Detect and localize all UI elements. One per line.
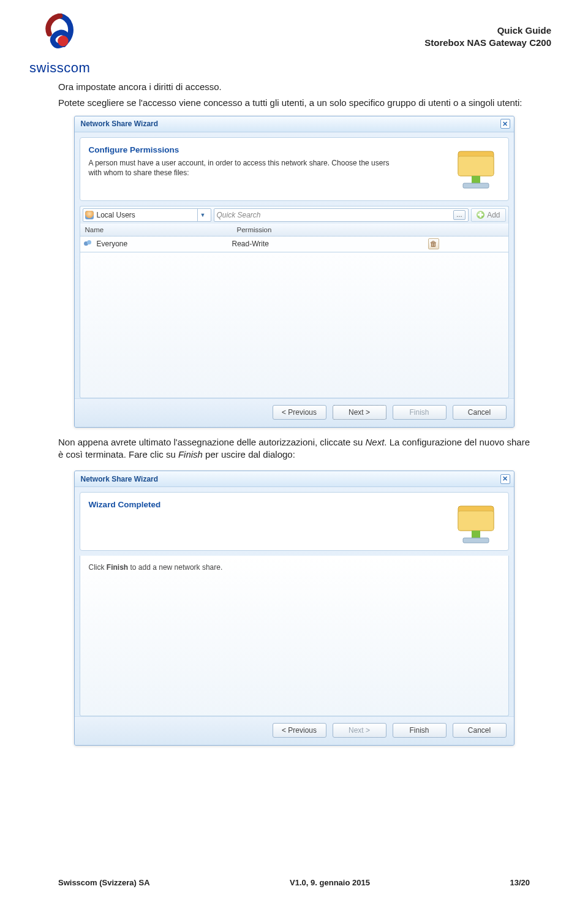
svg-rect-8 (463, 538, 489, 543)
network-folder-icon (452, 143, 502, 193)
close-icon[interactable]: ✕ (500, 474, 510, 484)
brand-logo: swisscom (29, 13, 90, 76)
chevron-down-icon: ▼ (197, 209, 208, 221)
finish-button[interactable]: Finish (393, 405, 447, 420)
svg-rect-6 (458, 511, 494, 531)
delete-icon[interactable]: 🗑 (428, 238, 439, 249)
previous-button[interactable]: < Previous (273, 723, 326, 738)
wizard-footer: < Previous Next > Finish Cancel (75, 716, 514, 745)
svg-rect-4 (463, 183, 489, 188)
wizard-description: A person must have a user account, in or… (89, 158, 395, 178)
quick-search-placeholder: Quick Search (217, 211, 450, 219)
wizard-heading: Configure Permissions (89, 145, 500, 154)
page-header: swisscom Quick Guide Storebox NAS Gatewa… (0, 0, 588, 76)
wizard-title: Network Share Wizard (81, 119, 159, 128)
wizard-titlebar: Network Share Wizard ✕ (75, 116, 514, 132)
row-name: Everyone (97, 240, 128, 248)
page-footer: Swisscom (Svizzera) SA V1.0, 9. gennaio … (0, 878, 588, 887)
footer-center: V1.0, 9. gennaio 2015 (290, 878, 370, 887)
permissions-header-row: Name Permission (80, 224, 509, 236)
wizard-titlebar: Network Share Wizard ✕ (75, 471, 514, 487)
next-button[interactable]: Next > (333, 723, 386, 738)
doc-title: Quick Guide Storebox NAS Gateway C200 (424, 25, 551, 50)
add-label: Add (487, 211, 500, 219)
next-button[interactable]: Next > (333, 405, 386, 420)
svg-point-0 (58, 36, 69, 47)
wizard-heading: Wizard Completed (89, 500, 500, 509)
intro-p1: Ora impostate ancora i diritti di access… (58, 81, 530, 93)
doc-title-line2: Storebox NAS Gateway C200 (424, 37, 551, 49)
footer-left: Swisscom (Svizzera) SA (58, 878, 150, 887)
wizard-permissions: Network Share Wizard ✕ Configure Permiss… (74, 116, 514, 428)
wizard-body: Click Finish to add a new network share. (80, 556, 509, 716)
user-icon (85, 211, 94, 219)
row-permission: Read-Write (232, 240, 428, 248)
permissions-blank-area (80, 252, 509, 398)
col-permission: Permission (232, 224, 428, 236)
previous-button[interactable]: < Previous (273, 405, 326, 420)
wizard-footer: < Previous Next > Finish Cancel (75, 398, 514, 427)
browse-icon[interactable]: … (453, 210, 466, 220)
wizard-header-panel: Configure Permissions A person must have… (80, 137, 509, 201)
table-row: Everyone Read-Write 🗑 (80, 236, 509, 252)
doc-title-line1: Quick Guide (424, 25, 551, 37)
network-folder-icon (452, 498, 502, 548)
swisscom-logo-icon (36, 13, 84, 61)
wizard-completed: Network Share Wizard ✕ Wizard Completed … (74, 471, 514, 746)
brand-name: swisscom (29, 60, 90, 76)
cancel-button[interactable]: Cancel (453, 405, 507, 420)
cancel-button[interactable]: Cancel (453, 723, 507, 738)
svg-rect-2 (458, 156, 494, 176)
finish-button[interactable]: Finish (393, 723, 447, 738)
permissions-toolbar: Local Users ▼ Quick Search … Add (80, 206, 509, 224)
wizard-header-panel: Wizard Completed (80, 492, 509, 551)
intro-p2: Potete scegliere se l'accesso viene conc… (58, 97, 530, 109)
quick-search-input[interactable]: Quick Search … (214, 208, 469, 222)
close-icon[interactable]: ✕ (500, 119, 510, 129)
intro-text: Ora impostate ancora i diritti di access… (0, 76, 588, 110)
group-icon (84, 240, 93, 248)
wizard-title: Network Share Wizard (81, 475, 159, 483)
col-name: Name (80, 224, 232, 236)
plus-icon (477, 211, 484, 219)
user-scope-label: Local Users (97, 211, 135, 219)
user-scope-select[interactable]: Local Users ▼ (83, 208, 211, 222)
footer-right: 13/20 (510, 878, 530, 887)
between-text: Non appena avrete ultimato l'assegnazion… (0, 428, 588, 465)
add-button[interactable]: Add (471, 208, 505, 222)
